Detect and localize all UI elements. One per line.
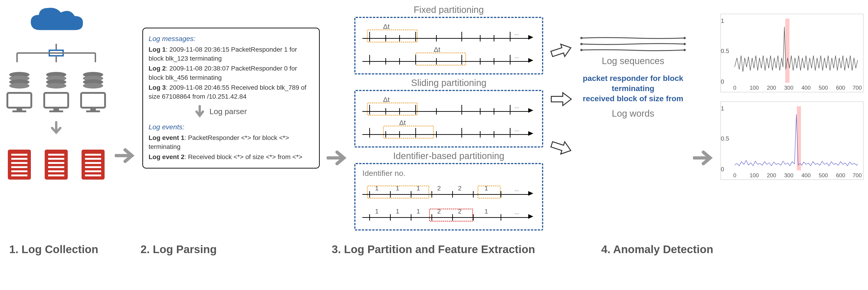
svg-rect-44 <box>85 162 101 164</box>
disk-stack-icon <box>45 71 68 90</box>
disk-stack-icon <box>8 71 31 90</box>
svg-rect-40 <box>48 175 64 176</box>
svg-rect-30 <box>11 162 27 164</box>
monitor-icon <box>42 91 70 114</box>
sliding-partition-title: Sliding partitioning <box>411 78 487 88</box>
flow-arrow-icon <box>115 146 135 166</box>
svg-rect-36 <box>48 158 64 160</box>
window-marker <box>367 103 417 115</box>
svg-point-23 <box>83 83 103 89</box>
svg-point-16 <box>46 83 66 89</box>
server-node <box>5 71 33 114</box>
timeline: Δt ... <box>362 23 535 44</box>
svg-point-49 <box>683 37 686 39</box>
sequences-block: Log sequences packet responder for block… <box>580 37 686 126</box>
stage-log-parsing: Log messages: Log 1: 2009-11-08 20:36:15… <box>142 28 320 169</box>
svg-rect-12 <box>12 110 26 112</box>
timeline: 1 1 1 2 2 1 ... <box>362 179 535 199</box>
stage-log-collection <box>5 5 108 182</box>
svg-rect-43 <box>85 158 101 160</box>
flow-arrows-group <box>550 41 573 157</box>
svg-point-53 <box>683 49 686 51</box>
id-partition-box: Identifier no. 1 1 1 2 2 1 ... 1 1 1 <box>354 163 543 231</box>
disk-stack-icon <box>82 71 104 90</box>
y-tick-label: 0 <box>721 78 724 85</box>
svg-rect-46 <box>85 170 101 172</box>
svg-rect-26 <box>86 110 100 112</box>
flow-arrow-icon <box>327 149 347 168</box>
y-tick-label: 1 <box>721 17 724 24</box>
svg-rect-42 <box>85 154 101 155</box>
window-marker <box>367 30 417 42</box>
window-marker <box>415 53 466 65</box>
log-events-heading: Log events: <box>149 122 313 132</box>
outline-arrow-icon <box>550 138 573 157</box>
stage-label: 2. Log Parsing <box>141 243 318 256</box>
stage-partition: Fixed partitioning Δt ... Δt ... Sliding… <box>354 5 543 234</box>
fixed-partition-title: Fixed partitioning <box>414 5 484 15</box>
log-file-icon <box>79 147 107 182</box>
server-node <box>42 71 70 114</box>
down-arrow-icon <box>195 105 205 118</box>
log-file-icon <box>5 147 33 182</box>
monitor-icon <box>79 91 107 114</box>
chart-plot <box>735 19 859 83</box>
anomaly-chart-1: 1 0.5 0 0 100 200 300 400 500 600 700 <box>720 14 863 92</box>
svg-rect-35 <box>48 154 64 155</box>
sliding-partition-box: Δt ... Δt ... <box>354 90 543 148</box>
chart-plot <box>735 106 859 171</box>
log-words-label: Log words <box>612 108 654 119</box>
svg-rect-33 <box>11 175 27 176</box>
sequence-line-icon <box>580 43 686 45</box>
log-event-entry: Log event 1: PacketResponder <*> for blo… <box>149 133 313 151</box>
svg-rect-29 <box>11 158 27 160</box>
id-partition-title: Identifier-based partitioning <box>393 151 504 161</box>
stage-label: 1. Log Collection <box>9 243 138 256</box>
timeline: 1 1 1 2 2 1 ... <box>362 202 535 223</box>
window-marker <box>383 126 434 139</box>
svg-rect-47 <box>85 175 101 176</box>
log-entry: Log 3: 2009-11-08 20:46:55 Received bloc… <box>149 83 313 101</box>
timeline: Δt ... <box>362 96 535 116</box>
svg-rect-11 <box>17 108 22 110</box>
window-marker <box>477 185 501 199</box>
svg-rect-45 <box>85 166 101 168</box>
svg-rect-18 <box>54 108 59 110</box>
svg-rect-37 <box>48 162 64 164</box>
sequence-line-icon <box>580 49 686 51</box>
svg-rect-19 <box>49 110 63 112</box>
network-bus-icon <box>8 44 104 64</box>
log-parsing-box: Log messages: Log 1: 2009-11-08 20:36:15… <box>142 28 320 169</box>
cloud-icon <box>26 5 86 41</box>
anomaly-chart-2: 1 0.5 0 0 100 200 300 400 500 600 700 <box>720 102 863 180</box>
log-parser-label: Log parser <box>209 106 247 117</box>
log-words-block: packet responder for block terminating r… <box>583 73 683 104</box>
log-entry: Log 1: 2009-11-08 20:36:15 PacketRespond… <box>149 45 313 63</box>
y-tick-label: 0.5 <box>721 48 729 55</box>
timeline: Δt ... <box>362 46 535 66</box>
svg-rect-24 <box>81 93 105 108</box>
log-messages-heading: Log messages: <box>149 34 313 44</box>
outline-arrow-icon <box>550 41 573 60</box>
svg-rect-17 <box>44 93 68 108</box>
down-arrow-icon <box>49 121 63 135</box>
svg-rect-32 <box>11 170 27 172</box>
stage-labels-row: 1. Log Collection 2. Log Parsing 3. Log … <box>5 243 863 256</box>
svg-point-9 <box>9 83 30 89</box>
window-marker <box>429 209 473 222</box>
stage-anomaly-detection: 1 0.5 0 0 100 200 300 400 500 600 700 1 … <box>720 14 863 189</box>
identifier-subtitle: Identifier no. <box>362 169 535 178</box>
timeline: Δt ... <box>362 119 535 140</box>
svg-rect-25 <box>90 108 96 110</box>
server-node <box>79 71 107 114</box>
svg-rect-10 <box>7 93 31 108</box>
svg-rect-31 <box>11 166 27 168</box>
svg-rect-38 <box>48 166 64 168</box>
pipeline-diagram: Log messages: Log 1: 2009-11-08 20:36:15… <box>5 5 863 234</box>
log-sequences-label: Log sequences <box>602 56 664 66</box>
sequence-line-icon <box>580 37 686 39</box>
svg-point-51 <box>683 43 686 45</box>
svg-rect-39 <box>48 170 64 172</box>
outline-arrow-icon <box>550 90 573 108</box>
monitor-icon <box>5 91 33 114</box>
